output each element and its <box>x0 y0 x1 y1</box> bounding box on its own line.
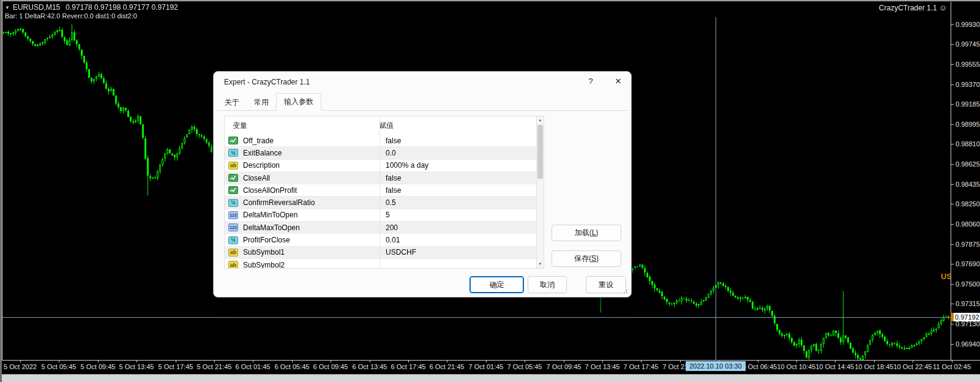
scroll-thumb[interactable] <box>537 125 543 179</box>
load-button[interactable]: 加载(L) <box>552 225 621 241</box>
price-axis-tick <box>951 244 954 245</box>
time-axis-label: 11 Oct 02:45 <box>933 363 971 370</box>
param-row[interactable]: abDescription1000% a day <box>225 160 536 172</box>
param-name: SubSymbol2 <box>243 261 380 269</box>
table-scrollbar[interactable]: ▲ ▼ <box>536 116 544 268</box>
time-axis-label: 5 Oct 09:45 <box>81 363 116 370</box>
param-value[interactable]: 1000% a day <box>380 161 428 170</box>
dialog-titlebar[interactable]: Expert - CrazyCTrader 1.1 ? ✕ <box>214 72 631 93</box>
ea-watermark: CrazyCTrader 1.1☺ <box>879 3 947 12</box>
time-axis-tick <box>874 361 875 362</box>
crosshair-horizontal-line <box>0 317 951 318</box>
price-axis[interactable]: 0.97192 0.999300.997450.995550.993700.99… <box>951 0 980 373</box>
int-param-type-icon: 123 <box>228 223 238 231</box>
price-axis-tick <box>951 64 954 65</box>
param-row[interactable]: Off_tradefalse <box>225 135 536 147</box>
column-header-variable[interactable]: 变量 <box>225 121 372 131</box>
param-value[interactable]: 5 <box>380 211 390 219</box>
time-axis-tick <box>370 361 370 362</box>
param-row[interactable]: 123DeltaMinToOpen5 <box>225 209 536 222</box>
double-param-type-icon: ½ <box>228 199 238 207</box>
param-name: DeltaMaxToOpen <box>243 223 380 232</box>
price-axis-tick <box>951 324 954 324</box>
param-name: Description <box>243 161 380 170</box>
time-axis-label: 5 Oct 13:45 <box>119 363 154 370</box>
tab-about[interactable]: 关于 <box>217 94 247 111</box>
param-value[interactable]: 0.01 <box>380 236 400 244</box>
double-param-type-icon: ½ <box>228 149 238 157</box>
param-row[interactable]: abSubSymbol1USDCHF <box>225 247 536 259</box>
time-axis-label: 6 Oct 05:45 <box>275 363 310 370</box>
price-axis-label: 0.98250 <box>956 200 980 208</box>
price-axis-tick <box>951 264 954 264</box>
param-row[interactable]: CloseAllfalse <box>225 172 536 184</box>
param-row[interactable]: ½ConfirmReversalRatio0.5 <box>225 197 536 209</box>
price-axis-label: 0.98435 <box>956 181 980 188</box>
price-axis-label: 0.99370 <box>956 81 980 88</box>
time-axis-label: 10 Oct 18:45 <box>855 363 894 370</box>
param-value[interactable]: false <box>380 186 401 195</box>
time-axis-label: 7 Oct 01:45 <box>469 363 504 370</box>
time-axis-tick <box>641 361 641 362</box>
column-header-value[interactable]: 赋值 <box>372 121 394 131</box>
param-value[interactable]: 200 <box>380 223 398 232</box>
price-axis-label: 0.97875 <box>956 241 980 248</box>
price-axis-label: 0.99555 <box>956 61 980 68</box>
ea-watermark-text: CrazyCTrader 1.1 <box>879 4 937 12</box>
smiley-icon: ☺ <box>939 3 947 12</box>
param-value[interactable]: 0.0 <box>380 149 396 157</box>
price-axis-tick <box>951 124 954 125</box>
price-axis-tick <box>951 184 954 185</box>
tab-common[interactable]: 常用 <box>247 94 276 111</box>
dialog-tabs: 关于 常用 输入参数 <box>217 94 629 111</box>
int-param-type-icon: 123 <box>228 211 238 219</box>
param-value[interactable]: false <box>380 174 401 182</box>
window-edge-top-shade <box>0 1 980 2</box>
time-axis-tick <box>758 361 758 362</box>
price-axis-label: 0.98995 <box>956 121 980 128</box>
time-axis-tick <box>214 361 215 362</box>
param-value[interactable]: 0.5 <box>380 198 396 207</box>
time-axis[interactable]: 5 Oct 20225 Oct 05:455 Oct 09:455 Oct 13… <box>0 360 980 374</box>
time-axis-label: 7 Oct 13:45 <box>585 363 620 370</box>
param-value[interactable]: USDCHF <box>380 248 416 257</box>
time-axis-tick <box>602 361 603 362</box>
param-name: ExitBalance <box>243 149 380 157</box>
scroll-down-arrow[interactable]: ▼ <box>537 260 544 268</box>
param-row[interactable]: ½ExitBalance0.0 <box>225 147 536 159</box>
param-value[interactable]: false <box>380 137 401 145</box>
resize-grip[interactable] <box>623 289 628 294</box>
time-axis-tick <box>98 361 99 362</box>
param-name: ProfitForClose <box>243 236 380 244</box>
param-name: Off_trade <box>243 137 380 145</box>
price-axis-label: 0.96940 <box>956 340 980 348</box>
ohlc-values: 0.97178 0.97198 0.97177 0.97192 <box>65 3 178 12</box>
price-axis-label: 0.97690 <box>956 260 980 268</box>
param-row[interactable]: ½ProfitForClose0.01 <box>225 234 536 246</box>
param-row[interactable]: 123DeltaMaxToOpen200 <box>225 222 536 234</box>
string-param-type-icon: ab <box>228 162 238 170</box>
string-param-type-icon: ab <box>228 261 238 269</box>
tab-inputs[interactable]: 输入参数 <box>276 93 321 111</box>
bottom-scroll-strip[interactable] <box>0 374 980 382</box>
column-divider[interactable] <box>380 116 380 269</box>
scroll-up-arrow[interactable]: ▲ <box>537 116 544 124</box>
symbol-period-label: EURUSD,M15 <box>13 3 60 12</box>
close-icon[interactable]: ✕ <box>612 77 625 89</box>
reset-button[interactable]: 重设 <box>586 276 626 293</box>
crosshair-time-tag: 2022.10.10 03:30 <box>686 361 746 371</box>
time-axis-label: 5 Oct 17:45 <box>159 363 193 370</box>
param-name: ConfirmReversalRatio <box>243 198 380 207</box>
chevron-down-icon[interactable]: ▼ <box>5 5 10 10</box>
help-button[interactable]: ? <box>584 77 597 89</box>
double-param-type-icon: ½ <box>228 236 238 244</box>
current-price-tag: 0.97192 <box>954 313 980 321</box>
price-axis-label: 0.99185 <box>956 100 980 108</box>
time-axis-label: 6 Oct 21:45 <box>430 363 465 370</box>
parameter-rows: Off_tradefalse½ExitBalance0.0abDescripti… <box>225 135 536 269</box>
ok-button[interactable]: 确定 <box>469 276 524 293</box>
param-row[interactable]: abSubSymbol2 <box>225 259 536 269</box>
param-row[interactable]: CloseAllOnProfitfalse <box>225 184 536 197</box>
cancel-button[interactable]: 取消 <box>528 276 567 293</box>
save-button[interactable]: 保存(S) <box>552 250 621 267</box>
